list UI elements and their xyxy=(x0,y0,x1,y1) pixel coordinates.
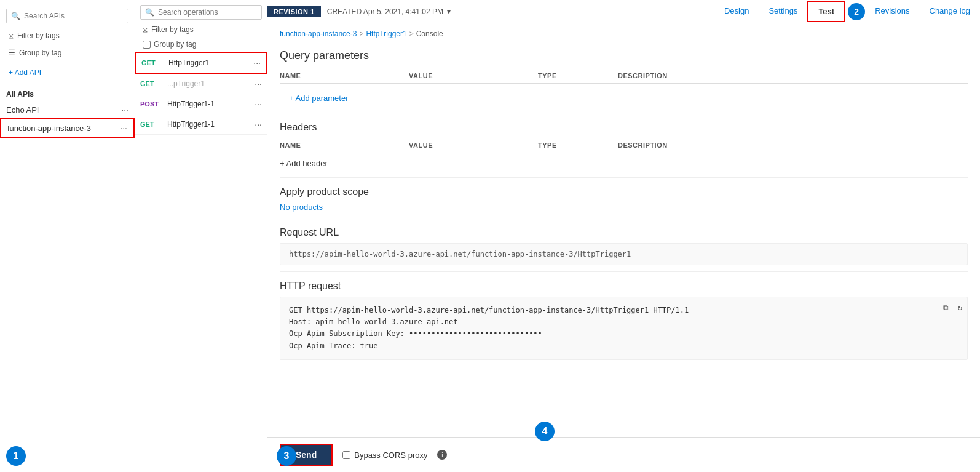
bypass-cors-checkbox[interactable] xyxy=(342,451,350,459)
breadcrumb-console: Console xyxy=(416,30,443,38)
sidebar: 🔍 ⧖ Filter by tags ☰ Group by tag + Add … xyxy=(0,0,135,472)
step-badge-4: 4 xyxy=(535,422,555,441)
add-parameter-button[interactable]: + Add parameter xyxy=(280,90,357,106)
op-method-1: GET xyxy=(140,80,164,87)
op-more-3[interactable]: ··· xyxy=(255,119,262,129)
api-item-echo-more[interactable]: ··· xyxy=(121,105,128,114)
operation-item-0[interactable]: GET HttpTrigger1 ··· xyxy=(135,52,267,74)
sidebar-group-tag[interactable]: ☰ Group by tag xyxy=(6,47,128,59)
divider-2 xyxy=(280,177,968,178)
operation-item-2[interactable]: POST HttpTrigger1-1 ··· xyxy=(135,94,267,114)
operations-panel: 🔍 ⧖ Filter by tags Group by tag GET Http… xyxy=(135,0,267,472)
tab-test[interactable]: Test xyxy=(807,1,845,22)
sidebar-filter-label: Filter by tags xyxy=(17,31,60,40)
divider-1 xyxy=(280,113,968,113)
step-badge-3: 3 xyxy=(277,446,296,466)
bypass-cors-text: Bypass CORS proxy xyxy=(354,450,427,460)
revision-chevron[interactable]: ▾ xyxy=(447,7,451,16)
group-icon: ☰ xyxy=(9,49,15,57)
content-area: function-app-instance-3 > HttpTrigger1 >… xyxy=(267,23,980,437)
operations-search-container: 🔍 xyxy=(140,5,262,20)
divider-4 xyxy=(280,271,968,272)
main-panel: REVISION 1 CREATED Apr 5, 2021, 4:41:02 … xyxy=(267,0,980,472)
query-params-title: Query parameters xyxy=(280,49,968,62)
col-desc-h: DESCRIPTION xyxy=(618,142,968,149)
operations-group-tag[interactable]: Group by tag xyxy=(140,38,262,50)
tab-revisions[interactable]: Revisions xyxy=(865,0,919,23)
breadcrumb-sep1: > xyxy=(359,30,363,38)
step-badge-1: 1 xyxy=(6,446,26,466)
ops-filter-icon: ⧖ xyxy=(143,25,148,34)
headers-title: Headers xyxy=(280,122,968,133)
tabs-container: Design Settings Test 2 Revisions Change … xyxy=(714,0,980,23)
info-icon[interactable]: i xyxy=(437,450,447,460)
no-products-text: No products xyxy=(280,202,968,212)
ops-filter-label: Filter by tags xyxy=(151,25,194,34)
group-by-tag-checkbox[interactable] xyxy=(143,41,151,49)
all-apis-label: All APIs xyxy=(6,90,128,98)
op-method-3: GET xyxy=(140,121,164,128)
refresh-icon[interactable]: ↻ xyxy=(958,302,962,314)
col-value-h: VALUE xyxy=(409,142,532,149)
http-request-title: HTTP request xyxy=(280,281,968,292)
http-request-box: ⧉ ↻ GET https://apim-hello-world-3.azure… xyxy=(280,297,968,360)
op-name-0: HttpTrigger1 xyxy=(165,58,253,67)
add-header-button[interactable]: + Add header xyxy=(280,156,328,171)
breadcrumb-sep2: > xyxy=(409,30,414,38)
tab-settings[interactable]: Settings xyxy=(759,0,807,23)
request-url-box: https://apim-hello-world-3.azure-api.net… xyxy=(280,243,968,265)
api-item-function-app-name: function-app-instance-3 xyxy=(7,124,120,133)
bottom-bar: 4 Send Bypass CORS proxy i xyxy=(267,437,980,472)
op-more-2[interactable]: ··· xyxy=(255,99,262,109)
operations-search-icon: 🔍 xyxy=(145,8,154,17)
sidebar-search-input[interactable] xyxy=(6,9,128,23)
operations-search-input[interactable] xyxy=(140,5,262,20)
operation-item-1[interactable]: GET ...pTrigger1 ··· xyxy=(135,74,267,94)
op-name-2: HttpTrigger1-1 xyxy=(164,100,255,108)
add-api-button[interactable]: + Add API xyxy=(6,66,128,79)
product-scope-title: Apply product scope xyxy=(280,186,968,198)
col-type-qp: TYPE xyxy=(538,72,612,79)
op-name-1: ...pTrigger1 xyxy=(164,79,255,88)
sidebar-search-container: 🔍 xyxy=(6,9,128,23)
api-item-echo-name: Echo API xyxy=(6,105,121,114)
breadcrumb-operation[interactable]: HttpTrigger1 xyxy=(366,30,406,38)
op-more-1[interactable]: ··· xyxy=(255,79,262,89)
tab-design[interactable]: Design xyxy=(714,0,759,23)
op-method-2: POST xyxy=(140,100,164,108)
sidebar-group-label: Group by tag xyxy=(19,49,61,57)
request-url-title: Request URL xyxy=(280,227,968,238)
col-desc-qp: DESCRIPTION xyxy=(618,72,968,79)
op-method-0: GET xyxy=(141,59,165,66)
api-item-echo[interactable]: Echo API ··· xyxy=(0,101,135,118)
operation-item-3[interactable]: GET HttpTrigger1-1 ··· xyxy=(135,114,267,135)
ops-group-label: Group by tag xyxy=(154,40,196,49)
query-params-table-header: NAME VALUE TYPE DESCRIPTION xyxy=(280,68,968,84)
api-item-function-app-more[interactable]: ··· xyxy=(120,123,127,133)
col-value-qp: VALUE xyxy=(409,72,532,79)
sidebar-filter-tags[interactable]: ⧖ Filter by tags xyxy=(6,30,128,42)
breadcrumb: function-app-instance-3 > HttpTrigger1 >… xyxy=(280,23,968,42)
step-badge-2: 2 xyxy=(848,3,865,20)
revision-created-text: CREATED Apr 5, 2021, 4:41:02 PM xyxy=(327,7,443,16)
op-name-3: HttpTrigger1-1 xyxy=(164,120,255,129)
revision-badge: REVISION 1 xyxy=(267,6,321,17)
http-line-0: GET https://apim-hello-world-3.azure-api… xyxy=(289,305,958,316)
operations-filter-tags[interactable]: ⧖ Filter by tags xyxy=(140,23,262,36)
headers-table-header: NAME VALUE TYPE DESCRIPTION xyxy=(280,138,968,153)
http-line-1: Host: apim-hello-world-3.azure-api.net xyxy=(289,316,958,328)
col-name-qp: NAME xyxy=(280,72,403,79)
http-line-3: Ocp-Apim-Trace: true xyxy=(289,340,958,352)
tab-changelog[interactable]: Change log xyxy=(920,0,981,23)
col-name-h: NAME xyxy=(280,142,403,149)
http-line-2: Ocp-Apim-Subscription-Key: •••••••••••••… xyxy=(289,328,958,340)
bypass-cors-label[interactable]: Bypass CORS proxy xyxy=(342,450,427,460)
revision-info: CREATED Apr 5, 2021, 4:41:02 PM ▾ xyxy=(327,7,714,16)
divider-3 xyxy=(280,218,968,218)
breadcrumb-api[interactable]: function-app-instance-3 xyxy=(280,30,357,38)
copy-icon[interactable]: ⧉ xyxy=(943,302,949,314)
op-more-0[interactable]: ··· xyxy=(253,58,261,68)
operations-list: GET HttpTrigger1 ··· GET ...pTrigger1 ··… xyxy=(135,52,267,472)
col-type-h: TYPE xyxy=(538,142,612,149)
api-item-function-app[interactable]: function-app-instance-3 ··· xyxy=(0,118,135,138)
